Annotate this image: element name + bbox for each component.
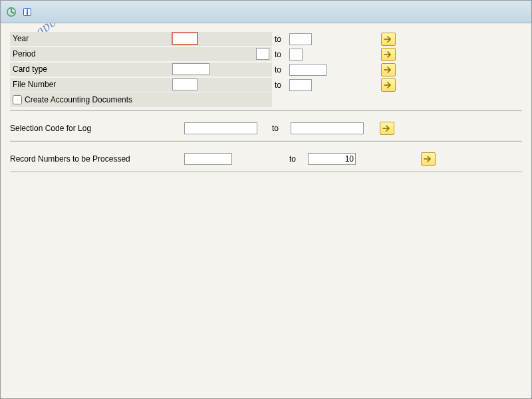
- period-to-input[interactable]: [289, 49, 303, 61]
- label-year: Year: [10, 32, 170, 47]
- card-type-to-label: to: [272, 65, 289, 74]
- period-to-label: to: [272, 50, 289, 59]
- info-button[interactable]: [21, 5, 34, 19]
- label-selection-code: Selection Code for Log: [10, 124, 184, 133]
- svg-rect-4: [27, 11, 28, 15]
- execute-button[interactable]: [5, 5, 18, 19]
- card-type-multi-button[interactable]: [381, 63, 396, 76]
- label-create-acct-docs: Create Accounting Documents: [25, 95, 132, 104]
- selection-code-to-label: to: [272, 124, 291, 133]
- label-record-numbers: Record Numbers to be Processed: [10, 154, 184, 164]
- selection-code-multi-button[interactable]: [380, 122, 394, 135]
- card-type-to-input[interactable]: [289, 64, 327, 76]
- toolbar: [1, 1, 531, 23]
- row-create-acct-docs: Create Accounting Documents: [10, 92, 272, 107]
- arrow-right-icon: [384, 81, 393, 89]
- period-from-wrap: [170, 47, 272, 62]
- row-year: Year to: [10, 31, 522, 47]
- section-main: Year to Period to: [10, 31, 522, 115]
- record-numbers-multi-button[interactable]: [421, 152, 436, 166]
- label-file-number: File Number: [10, 78, 170, 92]
- svg-rect-3: [27, 9, 28, 11]
- content-area: sapbrainsonline.com Year to Period: [1, 23, 531, 398]
- selection-code-from-input[interactable]: [184, 122, 257, 134]
- year-to-input[interactable]: [289, 33, 312, 45]
- file-number-from-wrap: [170, 78, 272, 92]
- label-period: Period: [10, 47, 170, 62]
- label-card-type: Card type: [10, 63, 170, 77]
- record-numbers-from-input[interactable]: [184, 153, 232, 165]
- card-type-from-input[interactable]: [172, 63, 209, 75]
- info-icon: [22, 7, 33, 17]
- year-from-wrap: [170, 32, 272, 47]
- arrow-right-icon: [384, 51, 393, 59]
- year-from-input[interactable]: [172, 33, 198, 45]
- selection-code-to-input[interactable]: [291, 122, 364, 134]
- row-record-numbers: Record Numbers to be Processed to: [10, 150, 522, 168]
- row-selection-code: Selection Code for Log to: [10, 119, 522, 138]
- section-selection-code: Selection Code for Log to: [10, 119, 522, 146]
- row-period: Period to: [10, 47, 522, 62]
- year-to-label: to: [272, 35, 289, 44]
- file-number-multi-button[interactable]: [381, 78, 396, 92]
- arrow-right-icon: [384, 66, 393, 74]
- card-type-from-wrap: [170, 63, 272, 77]
- execute-icon: [6, 7, 17, 17]
- row-card-type: Card type to: [10, 62, 522, 77]
- create-acct-docs-checkbox[interactable]: [13, 95, 22, 104]
- row-file-number: File Number to: [10, 77, 522, 92]
- arrow-right-icon: [384, 35, 393, 43]
- section-record-numbers: Record Numbers to be Processed to: [10, 150, 522, 176]
- period-multi-button[interactable]: [381, 48, 396, 61]
- file-number-from-input[interactable]: [172, 78, 198, 90]
- file-number-to-input[interactable]: [289, 79, 312, 91]
- record-numbers-to-label: to: [289, 154, 308, 164]
- year-multi-button[interactable]: [381, 33, 396, 46]
- app-window: sapbrainsonline.com Year to Period: [0, 0, 532, 399]
- file-number-to-label: to: [272, 80, 289, 90]
- record-numbers-to-input[interactable]: [308, 153, 356, 165]
- arrow-right-icon: [382, 124, 392, 132]
- period-from-input[interactable]: [256, 48, 269, 60]
- arrow-right-icon: [424, 155, 433, 163]
